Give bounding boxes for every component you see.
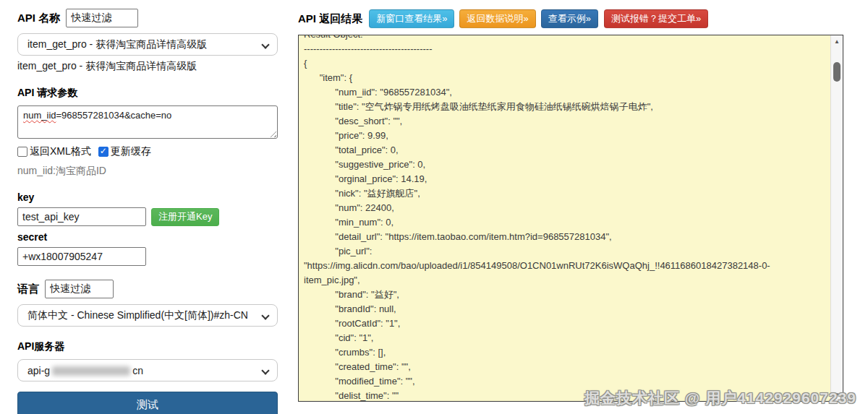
chevron-down-icon — [263, 313, 268, 319]
params-textarea[interactable]: num_iid=968557281034&cache=no — [17, 105, 278, 139]
api-select-caption: item_get_pro - 获得淘宝商品详情高级版 — [17, 60, 278, 73]
language-label: 语言 — [17, 283, 39, 296]
chevron-down-icon — [263, 368, 268, 374]
scroll-up-arrow-icon[interactable]: ▲ — [831, 36, 843, 47]
result-title: API 返回结果 — [298, 12, 362, 26]
server-select[interactable]: api-gcn — [17, 359, 278, 381]
scroll-down-arrow-icon[interactable]: ▼ — [831, 389, 843, 400]
param-hint: num_iid:淘宝商品ID — [17, 165, 278, 178]
register-key-button[interactable]: 注册开通Key — [151, 208, 219, 226]
api-select-value: item_get_pro - 获得淘宝商品详情高级版 — [27, 38, 207, 51]
server-value-prefix: api-g — [27, 365, 50, 376]
server-value-suffix: cn — [132, 365, 143, 376]
result-json-text: Result Object: -------------------------… — [304, 35, 826, 401]
api-name-row: API 名称 — [17, 9, 278, 27]
result-json-viewport[interactable]: Result Object: -------------------------… — [299, 35, 830, 401]
key-label: key — [17, 191, 278, 203]
test-button[interactable]: 测试 — [17, 392, 278, 414]
key-row: 注册开通Key — [17, 207, 278, 226]
server-value-redacted — [52, 366, 130, 376]
open-result-new-window-button[interactable]: 新窗口查看结果» — [369, 9, 454, 28]
api-name-label: API 名称 — [17, 12, 60, 25]
api-name-filter-input[interactable] — [66, 9, 138, 27]
report-error-ticket-button[interactable]: 测试报错？提交工单» — [604, 9, 708, 28]
cache-checkbox-label: 更新缓存 — [111, 145, 151, 158]
view-example-button[interactable]: 查看示例» — [541, 9, 598, 28]
xml-checkbox-label: 返回XML格式 — [30, 145, 91, 158]
language-row: 语言 — [17, 280, 278, 298]
scrollbar-thumb[interactable] — [833, 62, 841, 82]
params-label: API 请求参数 — [17, 87, 278, 100]
resize-grip-icon[interactable] — [269, 130, 276, 137]
result-box: Result Object: -------------------------… — [298, 35, 843, 402]
api-test-page: API 名称 item_get_pro - 获得淘宝商品详情高级版 item_g… — [0, 0, 868, 414]
language-filter-input[interactable] — [45, 280, 114, 298]
language-select[interactable]: 简体中文 - Chinese Simplified(中文[简体])#zh-CN — [17, 304, 278, 327]
params-value-misspelled: num_iid — [23, 110, 56, 121]
options-row: 返回XML格式 更新缓存 — [17, 145, 278, 158]
request-panel: API 名称 item_get_pro - 获得淘宝商品详情高级版 item_g… — [17, 9, 278, 414]
chevron-down-icon — [263, 42, 268, 48]
result-header: API 返回结果 新窗口查看结果» 返回数据说明» 查看示例» 测试报错？提交工… — [298, 9, 843, 29]
key-input[interactable] — [17, 207, 146, 226]
params-value-rest: =968557281034&cache=no — [56, 110, 172, 121]
secret-row — [17, 247, 278, 266]
api-select[interactable]: item_get_pro - 获得淘宝商品详情高级版 — [17, 33, 278, 56]
result-scrollbar[interactable]: ▲ ▼ — [830, 35, 843, 401]
server-label: API服务器 — [17, 340, 278, 353]
secret-input[interactable] — [17, 247, 146, 266]
xml-checkbox[interactable] — [17, 147, 27, 157]
server-select-value: api-gcn — [27, 365, 143, 376]
result-panel: API 返回结果 新窗口查看结果» 返回数据说明» 查看示例» 测试报错？提交工… — [298, 9, 843, 402]
language-select-value: 简体中文 - Chinese Simplified(中文[简体])#zh-CN — [27, 309, 248, 322]
data-docs-button[interactable]: 返回数据说明» — [459, 9, 535, 28]
secret-label: secret — [17, 231, 278, 243]
cache-checkbox[interactable] — [98, 147, 109, 157]
